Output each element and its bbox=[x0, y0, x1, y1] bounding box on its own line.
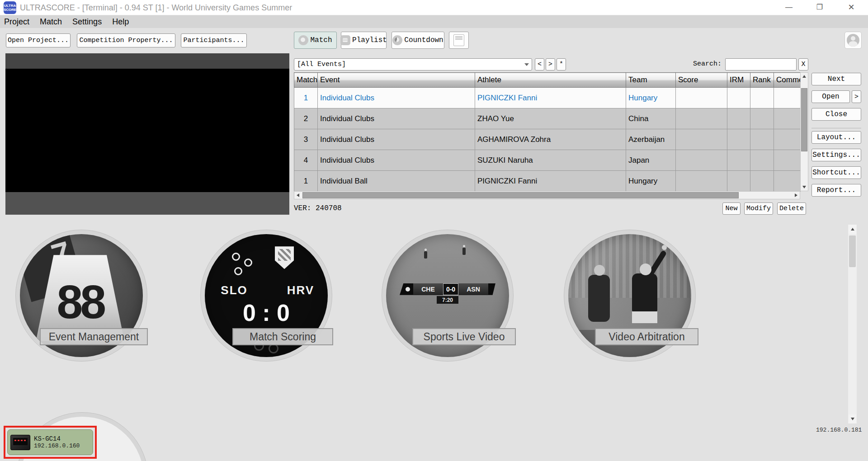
cell-team[interactable]: Hungary bbox=[626, 88, 676, 108]
cell-event[interactable]: Individual Clubs bbox=[318, 129, 475, 150]
table-vscroll-thumb[interactable] bbox=[801, 88, 807, 151]
cell-rank[interactable] bbox=[750, 150, 774, 171]
event-filter-dropdown[interactable]: [All Events] bbox=[294, 58, 532, 71]
cell-irm[interactable] bbox=[727, 171, 750, 192]
tab-scoreboard-panel[interactable] bbox=[449, 32, 469, 49]
col-rank[interactable]: Rank bbox=[750, 73, 774, 88]
scroll-down-icon[interactable] bbox=[801, 183, 808, 191]
col-score[interactable]: Score bbox=[676, 73, 727, 88]
cell-event[interactable]: Individual Clubs bbox=[318, 150, 475, 171]
cell-athlete[interactable]: PIGNICZKI Fanni bbox=[475, 171, 626, 192]
cell-team[interactable]: Japan bbox=[626, 150, 676, 171]
maximize-button[interactable]: ❐ bbox=[809, 0, 830, 15]
settings-button[interactable]: Settings... bbox=[811, 149, 861, 161]
open-project-button[interactable]: Open Project... bbox=[6, 33, 71, 47]
cell-irm[interactable] bbox=[727, 129, 750, 150]
page-scroll-up-icon[interactable] bbox=[849, 225, 856, 234]
col-event[interactable]: Event bbox=[318, 73, 475, 88]
open-button[interactable]: Open bbox=[811, 90, 850, 103]
menu-project[interactable]: Project bbox=[0, 15, 33, 28]
search-clear-button[interactable]: X bbox=[798, 58, 808, 71]
cell-comment[interactable] bbox=[774, 129, 801, 150]
table-row[interactable]: 1 Individual Ball PIGNICZKI Fanni Hungar… bbox=[294, 171, 801, 192]
next-button[interactable]: Next bbox=[811, 73, 861, 85]
filter-prev-button[interactable]: < bbox=[535, 58, 544, 71]
table-row[interactable]: 3 Individual Clubs AGHAMIROVA Zohra Azer… bbox=[294, 129, 801, 150]
cell-score[interactable] bbox=[676, 88, 727, 108]
module-label-event-management[interactable]: Event Management bbox=[40, 328, 148, 345]
module-label-match-scoring[interactable]: Match Scoring bbox=[232, 328, 333, 345]
scroll-left-icon[interactable] bbox=[294, 192, 302, 199]
col-comment[interactable]: Comment bbox=[774, 73, 801, 88]
participants-button[interactable]: Participants... bbox=[181, 33, 247, 47]
cell-event[interactable]: Individual Clubs bbox=[318, 88, 475, 108]
open-more-button[interactable]: > bbox=[852, 90, 861, 103]
cell-match[interactable]: 2 bbox=[294, 108, 318, 129]
cell-team[interactable]: Hungary bbox=[626, 171, 676, 192]
cell-score[interactable] bbox=[676, 171, 727, 192]
menu-settings[interactable]: Settings bbox=[68, 15, 106, 28]
minimize-button[interactable]: — bbox=[778, 0, 799, 15]
cell-irm[interactable] bbox=[727, 88, 750, 108]
delete-button[interactable]: Delete bbox=[777, 202, 806, 215]
module-label-sports-live-video[interactable]: Sports Live Video bbox=[412, 328, 516, 345]
cell-comment[interactable] bbox=[774, 150, 801, 171]
cell-match[interactable]: 1 bbox=[294, 88, 318, 108]
table-row[interactable]: 4 Individual Clubs SUZUKI Naruha Japan bbox=[294, 150, 801, 171]
competition-property-button[interactable]: Competition Property... bbox=[77, 33, 175, 47]
page-scroll-thumb[interactable] bbox=[849, 235, 856, 267]
search-input[interactable] bbox=[725, 58, 797, 71]
table-horizontal-scrollbar[interactable] bbox=[294, 191, 800, 199]
cell-comment[interactable] bbox=[774, 108, 801, 129]
cell-athlete[interactable]: SUZUKI Naruha bbox=[475, 150, 626, 171]
filter-all-button[interactable]: * bbox=[557, 58, 566, 71]
cell-athlete[interactable]: ZHAO Yue bbox=[475, 108, 626, 129]
cell-athlete[interactable]: AGHAMIROVA Zohra bbox=[475, 129, 626, 150]
tab-match[interactable]: Match bbox=[294, 32, 337, 49]
modify-button[interactable]: Modify bbox=[744, 202, 773, 215]
tab-countdown[interactable]: Countdown bbox=[392, 32, 444, 49]
new-button[interactable]: New bbox=[722, 202, 741, 215]
cell-event[interactable]: Individual Clubs bbox=[318, 108, 475, 129]
col-athlete[interactable]: Athlete bbox=[475, 73, 626, 88]
cell-rank[interactable] bbox=[750, 171, 774, 192]
cell-team[interactable]: China bbox=[626, 108, 676, 129]
cell-comment[interactable] bbox=[774, 88, 801, 108]
table-row[interactable]: 1 Individual Clubs PIGNICZKI Fanni Hunga… bbox=[294, 88, 801, 108]
cell-irm[interactable] bbox=[727, 108, 750, 129]
table-hscroll-thumb[interactable] bbox=[302, 192, 739, 198]
cell-comment[interactable] bbox=[774, 171, 801, 192]
menu-help[interactable]: Help bbox=[108, 15, 133, 28]
selected-device-card[interactable]: KS-GC14 192.168.0.160 bbox=[4, 426, 97, 459]
user-account-button[interactable] bbox=[844, 32, 862, 49]
menu-match[interactable]: Match bbox=[36, 15, 66, 28]
page-scrollbar[interactable] bbox=[848, 225, 857, 423]
cell-score[interactable] bbox=[676, 150, 727, 171]
module-label-video-arbitration[interactable]: Video Arbitration bbox=[595, 328, 698, 345]
table-vertical-scrollbar[interactable] bbox=[800, 72, 808, 191]
cell-athlete[interactable]: PIGNICZKI Fanni bbox=[475, 88, 626, 108]
cell-score[interactable] bbox=[676, 108, 727, 129]
cell-rank[interactable] bbox=[750, 88, 774, 108]
cell-team[interactable]: Azerbaijan bbox=[626, 129, 676, 150]
layout-button[interactable]: Layout... bbox=[811, 131, 861, 144]
report-button[interactable]: Report... bbox=[811, 184, 861, 197]
col-match[interactable]: Match bbox=[294, 73, 318, 88]
cell-rank[interactable] bbox=[750, 129, 774, 150]
cell-match[interactable]: 1 bbox=[294, 171, 318, 192]
table-row[interactable]: 2 Individual Clubs ZHAO Yue China bbox=[294, 108, 801, 129]
cell-rank[interactable] bbox=[750, 108, 774, 129]
scroll-right-icon[interactable] bbox=[793, 192, 800, 199]
scroll-up-icon[interactable] bbox=[801, 73, 808, 80]
tab-playlist[interactable]: Playlist bbox=[341, 32, 387, 49]
close-button[interactable]: ✕ bbox=[841, 0, 862, 15]
cell-match[interactable]: 4 bbox=[294, 150, 318, 171]
filter-next-button[interactable]: > bbox=[546, 58, 555, 71]
col-team[interactable]: Team bbox=[626, 73, 676, 88]
close-match-button[interactable]: Close bbox=[811, 108, 861, 121]
cell-irm[interactable] bbox=[727, 150, 750, 171]
page-scroll-down-icon[interactable] bbox=[849, 414, 856, 423]
cell-match[interactable]: 3 bbox=[294, 129, 318, 150]
col-irm[interactable]: IRM bbox=[727, 73, 750, 88]
cell-event[interactable]: Individual Ball bbox=[318, 171, 475, 192]
